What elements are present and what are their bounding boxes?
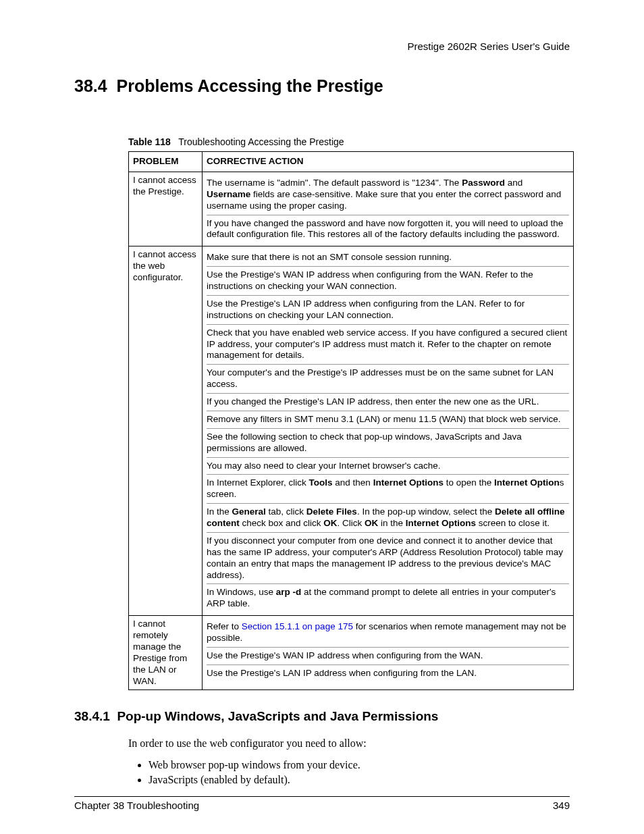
- action-paragraph: Use the Prestige's LAN IP address when c…: [207, 295, 569, 324]
- table-label: Table 118: [128, 136, 171, 147]
- action-paragraph: In Windows, use arp -d at the command pr…: [207, 583, 569, 613]
- action-paragraph: See the following section to check that …: [207, 428, 569, 457]
- col-problem: PROBLEM: [129, 152, 203, 172]
- table-caption-text: Troubleshooting Accessing the Prestige: [178, 136, 344, 147]
- action-paragraph: If you changed the Prestige's LAN IP add…: [207, 393, 569, 411]
- action-paragraph: Make sure that there is not an SMT conso…: [207, 249, 569, 266]
- list-item: Web browser pop-up windows from your dev…: [149, 759, 570, 771]
- page-footer: Chapter 38 Troubleshooting 349: [74, 796, 570, 811]
- guide-title: Prestige 2602R Series User's Guide: [408, 41, 570, 52]
- action-paragraph: Use the Prestige's WAN IP address when c…: [207, 647, 569, 664]
- footer-chapter: Chapter 38 Troubleshooting: [74, 800, 199, 811]
- action-cell: The username is "admin". The default pas…: [203, 172, 574, 246]
- section-title: Problems Accessing the Prestige: [117, 76, 383, 95]
- table-row: I cannot access the web configurator.Mak…: [129, 246, 574, 616]
- body-intro: In order to use the web configurator you…: [128, 737, 570, 750]
- table-header-row: PROBLEM CORRECTIVE ACTION: [129, 152, 574, 172]
- action-cell: Make sure that there is not an SMT conso…: [203, 246, 574, 616]
- action-paragraph: Use the Prestige's WAN IP address when c…: [207, 266, 569, 295]
- action-cell: Refer to Section 15.1.1 on page 175 for …: [203, 616, 574, 690]
- action-paragraph: If you have changed the password and hav…: [207, 215, 569, 244]
- subsection-number: 38.4.1: [74, 709, 110, 723]
- action-paragraph: Refer to Section 15.1.1 on page 175 for …: [207, 619, 569, 647]
- action-paragraph: You may also need to clear your Internet…: [207, 457, 569, 475]
- problem-cell: I cannot access the web configurator.: [129, 246, 203, 616]
- subsection-title: Pop-up Windows, JavaScripts and Java Per…: [117, 709, 438, 723]
- section-number: 38.4: [74, 76, 107, 95]
- cross-reference[interactable]: Section 15.1.1 on page 175: [242, 621, 353, 631]
- action-paragraph: In Internet Explorer, click Tools and th…: [207, 474, 569, 503]
- page: Prestige 2602R Series User's Guide 38.4 …: [0, 0, 644, 834]
- action-paragraph: Your computer's and the Prestige's IP ad…: [207, 364, 569, 393]
- footer-page: 349: [553, 800, 570, 811]
- table-row: I cannot remotely manage the Prestige fr…: [129, 616, 574, 690]
- problem-cell: I cannot access the Prestige.: [129, 172, 203, 246]
- list-item: JavaScripts (enabled by default).: [149, 774, 570, 786]
- table-caption: Table 118 Troubleshooting Accessing the …: [128, 136, 570, 147]
- running-header: Prestige 2602R Series User's Guide: [74, 41, 570, 52]
- section-heading: 38.4 Problems Accessing the Prestige: [74, 76, 570, 96]
- body-bullets: Web browser pop-up windows from your dev…: [149, 759, 570, 786]
- action-paragraph: If you disconnect your computer from one…: [207, 532, 569, 584]
- action-paragraph: Check that you have enabled web service …: [207, 324, 569, 365]
- action-paragraph: Remove any filters in SMT menu 3.1 (LAN)…: [207, 411, 569, 428]
- action-paragraph: In the General tab, click Delete Files. …: [207, 503, 569, 532]
- col-action: CORRECTIVE ACTION: [203, 152, 574, 172]
- table-row: I cannot access the Prestige.The usernam…: [129, 172, 574, 246]
- subsection-heading: 38.4.1 Pop-up Windows, JavaScripts and J…: [74, 709, 570, 724]
- troubleshooting-table: PROBLEM CORRECTIVE ACTION I cannot acces…: [128, 151, 574, 690]
- action-paragraph: The username is "admin". The default pas…: [207, 175, 569, 215]
- action-paragraph: Use the Prestige's LAN IP address when c…: [207, 664, 569, 682]
- problem-cell: I cannot remotely manage the Prestige fr…: [129, 616, 203, 690]
